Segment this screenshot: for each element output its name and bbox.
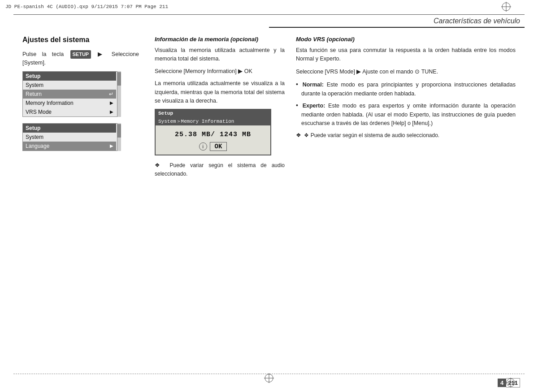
menu2-item-language: Language ▶: [23, 142, 116, 151]
screen-ok-area: i OK: [156, 140, 270, 155]
intro-paragraph: Pulse la tecla SETUP ▶ Seleccione [Syste…: [22, 50, 139, 68]
top-rule: [13, 14, 525, 15]
mid-note: ❖ Puede variar según el sistema de audio…: [155, 161, 285, 178]
menu1-item-vrs: VRS Mode ▶: [23, 108, 116, 116]
right-note-text: ❖ Puede variar según el sistema de audio…: [304, 132, 439, 138]
title-underline: [269, 27, 525, 28]
bullet-experto: • Experto: Este modo es para expertos y …: [296, 101, 516, 128]
note-symbol-right: ❖: [296, 132, 301, 138]
ok-button-display: OK: [210, 142, 227, 151]
screen-submenu: System＞Memory Information: [156, 117, 270, 125]
screen-header: Setup: [156, 110, 270, 117]
left-section-heading: Ajustes del sistema: [22, 36, 139, 44]
menu-box-2: Setup System Language ▶: [22, 123, 121, 151]
header-text: JD PE-spanish 4C (AUDIO).qxp 9/11/2015 7…: [5, 4, 168, 9]
scrollbar-2: [117, 123, 121, 151]
menu-box-1: Setup System Return ↵ Memory Information…: [22, 71, 121, 117]
scrollbar-1: [117, 71, 121, 117]
bullet-normal-label: Normal:: [303, 82, 324, 88]
mid-section-heading: Información de la memoria (opcional): [155, 36, 285, 43]
menu1-item-return: Return ↵: [23, 90, 116, 99]
screen-display: Setup System＞Memory Information 25.38 MB…: [155, 109, 271, 155]
menu1-header: Setup: [23, 72, 116, 81]
right-para2: Seleccione [VRS Mode] ▶ Ajuste con el ma…: [296, 67, 516, 76]
mid-para1: Visualiza la memoria utilizada actualmen…: [155, 46, 285, 64]
menu1-item-memory: Memory Information ▶: [23, 99, 116, 108]
scrollbar-thumb-2: [117, 124, 121, 138]
right-para1: Esta función se usa para conmutar la res…: [296, 46, 516, 64]
page-title: Características de vehículo: [434, 17, 520, 25]
left-column: Ajustes del sistema Pulse la tecla SETUP…: [22, 36, 148, 365]
mid-column: Información de la memoria (opcional) Vis…: [148, 36, 291, 365]
menu2-item-system: System: [23, 133, 116, 142]
bullet-experto-text: Este modo es para expertos y omite infor…: [301, 103, 516, 126]
bullet-experto-label: Experto:: [303, 103, 325, 109]
screen-memory-value: 25.38 MB/ 1243 MB: [156, 127, 270, 140]
mid-para2: Seleccione [Memory Information] ▶ OK: [155, 67, 285, 76]
bottom-rule: [13, 374, 525, 374]
setup-key-badge: SETUP: [70, 50, 91, 59]
page-section-number: 4: [498, 379, 506, 387]
info-circle: i: [199, 142, 207, 151]
crosshair-bottom-center: [264, 373, 274, 383]
menu2-header: Setup: [23, 124, 116, 133]
right-section-heading: Modo VRS (opcional): [296, 36, 516, 43]
note-symbol-mid: ❖: [155, 162, 164, 168]
bullet-normal-text: Este modo es para principiantes y propor…: [301, 82, 516, 97]
tune-symbol: ⊙: [415, 68, 421, 75]
page-header: JD PE-spanish 4C (AUDIO).qxp 9/11/2015 7…: [0, 0, 538, 13]
bullet-normal: • Normal: Este modo es para principiante…: [296, 80, 516, 98]
scrollbar-thumb-1: [117, 72, 121, 86]
crosshair-bottom-right: [506, 378, 516, 388]
mid-para3: La memoria utilizada actualmente se visu…: [155, 79, 285, 105]
crosshair-top-right: [501, 2, 511, 12]
main-content: Ajustes del sistema Pulse la tecla SETUP…: [22, 36, 516, 365]
right-note: ❖ ❖ Puede variar según el sistema de aud…: [296, 131, 516, 140]
right-column: Modo VRS (opcional) Esta función se usa …: [291, 36, 516, 365]
menu1-item-system: System: [23, 81, 116, 90]
